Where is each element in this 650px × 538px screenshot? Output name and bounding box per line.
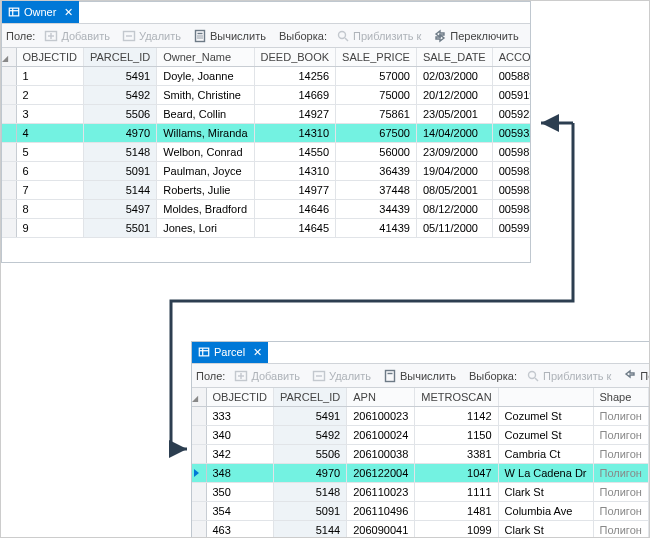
row-header[interactable] <box>2 162 16 181</box>
cell[interactable]: Jones, Lori <box>157 219 254 238</box>
cell[interactable]: Cozumel St <box>498 426 593 445</box>
cell[interactable]: 14310 <box>254 124 335 143</box>
table-row[interactable]: 35450912061104961481Columbia AveПолигонR… <box>192 502 650 521</box>
cell[interactable]: 23/05/2001 <box>416 105 492 124</box>
column-header[interactable]: Shape <box>593 388 648 407</box>
cell[interactable]: 14645 <box>254 219 335 238</box>
column-header[interactable]: Owner_Name <box>157 48 254 67</box>
cell[interactable]: 1150 <box>415 426 498 445</box>
row-header[interactable] <box>192 521 206 539</box>
cell[interactable]: Clark St <box>498 483 593 502</box>
column-header[interactable]: ACCOUNT <box>492 48 530 67</box>
column-header[interactable]: APN <box>347 388 415 407</box>
parcel-grid[interactable]: ◢OBJECTIDPARCEL_IDAPNMETROSCANShapeParce… <box>192 388 650 538</box>
cell[interactable]: 5506 <box>273 445 346 464</box>
cell[interactable]: Willams, Miranda <box>157 124 254 143</box>
cell[interactable]: 5091 <box>273 502 346 521</box>
cell[interactable]: 350 <box>206 483 273 502</box>
cell[interactable]: 1 <box>16 67 83 86</box>
cell[interactable]: Doyle, Joanne <box>157 67 254 86</box>
cell[interactable]: 6 <box>16 162 83 181</box>
table-row[interactable]: 35051482061100231111Clark StПолигонResid… <box>192 483 650 502</box>
cell[interactable]: Полигон <box>593 426 648 445</box>
column-header[interactable]: SALE_DATE <box>416 48 492 67</box>
row-header[interactable] <box>2 200 16 219</box>
cell[interactable]: 206110023 <box>347 483 415 502</box>
cell[interactable]: 14/04/2000 <box>416 124 492 143</box>
table-row[interactable]: 34255062061000383381Cambria CtПолигонRes… <box>192 445 650 464</box>
cell[interactable]: 08/12/2000 <box>416 200 492 219</box>
select-all-corner[interactable]: ◢ <box>2 48 16 67</box>
zoom-to-button[interactable]: Приблизить к <box>331 26 426 46</box>
cell[interactable]: 14977 <box>254 181 335 200</box>
cell[interactable]: Moldes, Bradford <box>157 200 254 219</box>
row-header[interactable] <box>192 464 206 483</box>
table-row[interactable]: 15491Doyle, Joanne142565700002/03/200000… <box>2 67 530 86</box>
cell[interactable]: 4970 <box>273 464 346 483</box>
zoom-to-button[interactable]: Приблизить к <box>521 366 616 386</box>
cell[interactable]: 20/12/2000 <box>416 86 492 105</box>
cell[interactable]: 206122004 <box>347 464 415 483</box>
cell[interactable]: 14550 <box>254 143 335 162</box>
cell[interactable]: Smith, Christine <box>157 86 254 105</box>
delete-field-button[interactable]: Удалить <box>117 26 186 46</box>
cell[interactable]: Clark St <box>498 521 593 539</box>
table-row[interactable]: 55148Welbon, Conrad145505600023/09/20000… <box>2 143 530 162</box>
row-header[interactable] <box>2 181 16 200</box>
cell[interactable]: 08/05/2001 <box>416 181 492 200</box>
cell[interactable]: 00598267 <box>492 162 530 181</box>
cell[interactable]: 1099 <box>415 521 498 539</box>
calculate-button[interactable]: Вычислить <box>378 366 461 386</box>
cell[interactable]: 5506 <box>83 105 156 124</box>
row-header[interactable] <box>2 143 16 162</box>
cell[interactable]: 206090041 <box>347 521 415 539</box>
cell[interactable]: 2 <box>16 86 83 105</box>
cell[interactable]: Полигон <box>593 483 648 502</box>
cell[interactable]: 5 <box>16 143 83 162</box>
row-header[interactable] <box>2 105 16 124</box>
clear-selection-button[interactable]: Очистить <box>526 26 530 46</box>
close-icon[interactable]: ✕ <box>62 6 75 19</box>
row-header[interactable] <box>192 483 206 502</box>
cell[interactable]: 5501 <box>83 219 156 238</box>
cell[interactable]: 00599107 <box>492 219 530 238</box>
cell[interactable]: 1481 <box>415 502 498 521</box>
parcel-tab[interactable]: Parcel ✕ <box>192 341 268 363</box>
table-row[interactable]: 34054922061000241150Cozumel StПолигонRes… <box>192 426 650 445</box>
cell[interactable]: 348 <box>206 464 273 483</box>
row-header[interactable] <box>2 219 16 238</box>
cell[interactable]: 1111 <box>415 483 498 502</box>
cell[interactable]: 14646 <box>254 200 335 219</box>
cell[interactable]: 206100024 <box>347 426 415 445</box>
calculate-button[interactable]: Вычислить <box>188 26 271 46</box>
cell[interactable]: 23/09/2000 <box>416 143 492 162</box>
row-header[interactable] <box>2 67 16 86</box>
cell[interactable]: 14310 <box>254 162 335 181</box>
cell[interactable]: Полигон <box>593 521 648 539</box>
cell[interactable]: 36439 <box>336 162 417 181</box>
cell[interactable]: 00598585 <box>492 181 530 200</box>
switch-selection-button[interactable]: Переключить <box>618 366 650 386</box>
cell[interactable]: Cambria Ct <box>498 445 593 464</box>
table-row[interactable]: 75144Roberts, Julie149773744808/05/20010… <box>2 181 530 200</box>
cell[interactable]: 463 <box>206 521 273 539</box>
cell[interactable]: 5091 <box>83 162 156 181</box>
cell[interactable]: 75861 <box>336 105 417 124</box>
row-header[interactable] <box>192 426 206 445</box>
cell[interactable]: 333 <box>206 407 273 426</box>
cell[interactable]: 7 <box>16 181 83 200</box>
row-header[interactable] <box>192 502 206 521</box>
cell[interactable]: 354 <box>206 502 273 521</box>
cell[interactable]: 14256 <box>254 67 335 86</box>
cell[interactable]: 206100023 <box>347 407 415 426</box>
cell[interactable]: 3381 <box>415 445 498 464</box>
owner-grid[interactable]: ◢OBJECTIDPARCEL_IDOwner_NameDEED_BOOKSAL… <box>2 48 530 262</box>
cell[interactable]: 5144 <box>273 521 346 539</box>
cell[interactable]: 4 <box>16 124 83 143</box>
cell[interactable]: 5144 <box>83 181 156 200</box>
column-header[interactable]: OBJECTID <box>16 48 83 67</box>
cell[interactable]: 5491 <box>83 67 156 86</box>
cell[interactable]: 57000 <box>336 67 417 86</box>
column-header[interactable]: PARCEL_ID <box>83 48 156 67</box>
cell[interactable]: 00593273 <box>492 124 530 143</box>
